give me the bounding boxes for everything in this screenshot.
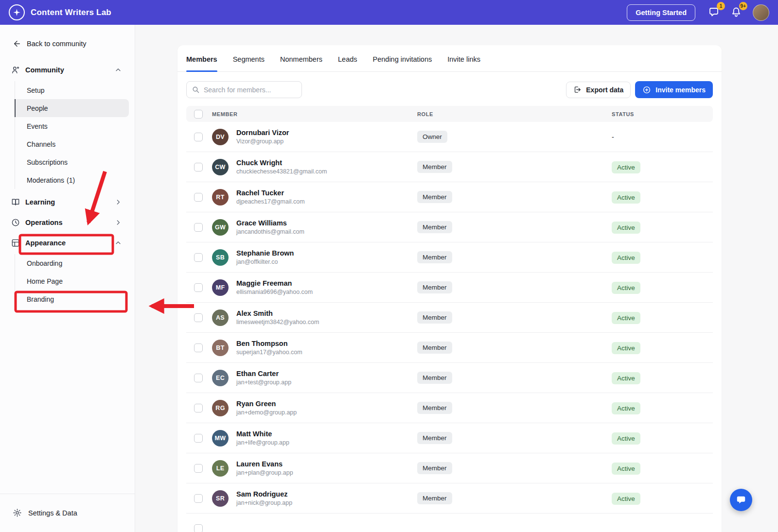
chat-widget-button[interactable] xyxy=(730,489,752,511)
row-checkbox[interactable] xyxy=(194,193,203,202)
row-checkbox[interactable] xyxy=(194,494,203,503)
invite-members-button[interactable]: Invite members xyxy=(635,81,713,98)
sidebar-item-community[interactable]: Community xyxy=(5,60,129,80)
tab-nonmembers[interactable]: Nonmembers xyxy=(280,45,322,71)
sidebar-item-subscriptions[interactable]: Subscriptions xyxy=(15,153,129,171)
sidebar-item-onboarding[interactable]: Onboarding xyxy=(15,254,129,272)
user-avatar[interactable] xyxy=(753,4,769,21)
settings-label: Settings & Data xyxy=(28,509,77,517)
row-checkbox[interactable] xyxy=(194,464,203,473)
role-badge: Member xyxy=(417,372,452,384)
table-row: GW Grace Williams jancandothis@gmail.com… xyxy=(186,212,713,242)
sidebar-item-events[interactable]: Events xyxy=(15,117,129,135)
role-badge: Member xyxy=(417,311,452,324)
onboarding-label: Onboarding xyxy=(27,259,62,267)
members-table: MEMBER ROLE STATUS DV Dornubari Vizor Vi… xyxy=(186,106,713,532)
status-badge: Active xyxy=(612,191,640,204)
status-badge: Active xyxy=(612,463,640,475)
role-badge: Member xyxy=(417,492,452,504)
row-checkbox[interactable] xyxy=(194,343,203,352)
export-data-button[interactable]: Export data xyxy=(566,82,631,98)
table-row: BT Ben Thompson superjan17@yahoo.com Mem… xyxy=(186,333,713,363)
search-input[interactable] xyxy=(186,81,302,98)
role-badge: Member xyxy=(417,342,452,354)
row-checkbox[interactable] xyxy=(194,253,203,262)
getting-started-button[interactable]: Getting Started xyxy=(627,4,695,21)
setup-label: Setup xyxy=(27,86,45,94)
tab-pending-invitations[interactable]: Pending invitations xyxy=(373,45,432,71)
row-checkbox[interactable] xyxy=(194,283,203,292)
table-row: EC Ethan Carter jan+test@group.app Membe… xyxy=(186,363,713,393)
row-checkbox[interactable] xyxy=(194,133,203,141)
gear-icon xyxy=(13,508,22,518)
member-avatar: DV xyxy=(212,129,229,145)
table-row: MF Maggie Freeman ellismania9696@yahoo.c… xyxy=(186,273,713,303)
table-row: SR Sam Rodriguez jan+nick@group.app Memb… xyxy=(186,483,713,514)
role-badge: Member xyxy=(417,402,452,414)
member-avatar: LE xyxy=(212,460,229,477)
row-checkbox[interactable] xyxy=(194,163,203,172)
row-checkbox[interactable] xyxy=(194,223,203,232)
search-icon xyxy=(192,86,200,94)
member-column-header: MEMBER xyxy=(212,111,417,117)
member-email: Vizor@group.app xyxy=(236,138,289,145)
sidebar-item-operations[interactable]: Operations xyxy=(5,212,129,233)
sidebar-item-appearance[interactable]: Appearance xyxy=(5,233,129,253)
plus-circle-icon xyxy=(642,86,651,94)
sidebar-nav: Community Setup People Events Channels S… xyxy=(0,53,135,311)
table-header-row: MEMBER ROLE STATUS xyxy=(186,106,713,122)
member-name: Maggie Freeman xyxy=(236,279,313,287)
member-avatar: CW xyxy=(212,159,229,175)
appearance-label: Appearance xyxy=(25,239,66,247)
member-name: Stephanie Brown xyxy=(236,249,294,257)
learning-label: Learning xyxy=(25,198,55,206)
member-name: Lauren Evans xyxy=(236,460,293,468)
chat-widget-icon xyxy=(736,495,746,505)
messages-button[interactable]: 1 xyxy=(708,6,721,19)
row-checkbox[interactable] xyxy=(194,434,203,443)
chevron-right-icon xyxy=(114,198,122,206)
member-avatar: GW xyxy=(212,219,229,236)
sidebar-item-people[interactable]: People xyxy=(15,99,129,117)
row-checkbox[interactable] xyxy=(194,524,203,532)
back-to-community-link[interactable]: Back to community xyxy=(0,25,135,53)
sidebar-item-home-page[interactable]: Home Page xyxy=(15,272,129,290)
status-badge: Active xyxy=(612,161,640,173)
settings-data-link[interactable]: Settings & Data xyxy=(0,494,135,532)
notifications-button[interactable]: 9+ xyxy=(730,6,743,19)
member-email: jan+plan@group.app xyxy=(236,469,293,476)
status-badge: Active xyxy=(612,402,640,414)
select-all-checkbox[interactable] xyxy=(194,110,203,119)
role-badge: Member xyxy=(417,432,452,444)
row-checkbox[interactable] xyxy=(194,313,203,322)
member-rows: DV Dornubari Vizor Vizor@group.app Owner… xyxy=(186,122,713,532)
member-email: superjan17@yahoo.com xyxy=(236,349,302,356)
member-name: Ryan Green xyxy=(236,400,297,408)
tab-invite-links[interactable]: Invite links xyxy=(447,45,480,71)
community-subnav: Setup People Events Channels Subscriptio… xyxy=(15,81,129,189)
row-checkbox[interactable] xyxy=(194,374,203,382)
row-checkbox[interactable] xyxy=(194,404,203,412)
sidebar-item-setup[interactable]: Setup xyxy=(15,81,129,99)
table-row: DV Dornubari Vizor Vizor@group.app Owner… xyxy=(186,122,713,152)
role-badge: Member xyxy=(417,221,452,233)
appearance-subnav: Onboarding Home Page Branding xyxy=(15,254,129,308)
tab-leads[interactable]: Leads xyxy=(338,45,357,71)
sidebar-item-learning[interactable]: Learning xyxy=(5,192,129,212)
sidebar-item-moderations[interactable]: Moderations (1) xyxy=(15,171,129,189)
moderations-count: (1) xyxy=(67,176,75,184)
sidebar-item-branding[interactable]: Branding xyxy=(15,290,129,308)
community-icon xyxy=(11,65,20,75)
role-badge: Member xyxy=(417,251,452,263)
arrow-left-icon xyxy=(13,39,21,48)
sidebar-item-channels[interactable]: Channels xyxy=(15,135,129,153)
member-name: Ethan Carter xyxy=(236,370,291,378)
role-badge: Member xyxy=(417,281,452,293)
status-badge: Active xyxy=(612,312,640,324)
export-icon xyxy=(573,86,582,94)
home-page-label: Home Page xyxy=(27,277,63,285)
tab-members[interactable]: Members xyxy=(186,45,217,71)
app-logo[interactable] xyxy=(9,4,25,20)
table-row: RT Rachel Tucker djpeaches17@gmail.com M… xyxy=(186,182,713,212)
tab-segments[interactable]: Segments xyxy=(233,45,265,71)
